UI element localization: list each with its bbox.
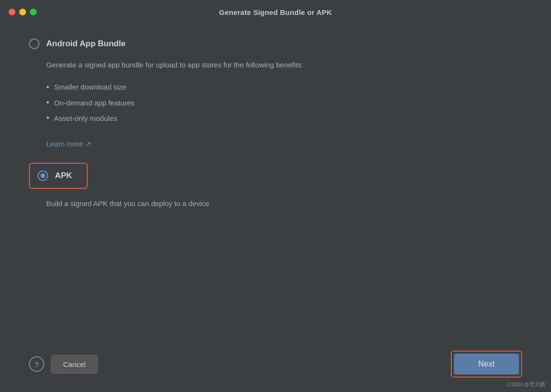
title-bar: Generate Signed Bundle or APK xyxy=(0,0,551,24)
learn-more-link[interactable]: Learn more ↗ xyxy=(46,140,522,148)
maximize-button[interactable] xyxy=(30,9,37,15)
help-button[interactable]: ? xyxy=(29,356,44,372)
close-button[interactable] xyxy=(9,9,15,15)
window-controls xyxy=(9,9,37,15)
android-bundle-radio[interactable] xyxy=(29,39,39,49)
footer-left: ? Cancel xyxy=(29,355,98,374)
apk-option-container: APK Build a signed APK that you can depl… xyxy=(29,163,522,222)
android-bundle-bullets: Smaller download size On-demand app feat… xyxy=(46,79,522,126)
next-button-wrapper: Next xyxy=(451,351,522,378)
bullet-1: Smaller download size xyxy=(46,79,522,95)
dialog-window: Generate Signed Bundle or APK Android Ap… xyxy=(0,0,551,392)
apk-radio-inner xyxy=(40,173,45,178)
cancel-button[interactable]: Cancel xyxy=(51,355,98,374)
android-bundle-option-row[interactable]: Android App Bundle xyxy=(29,39,522,49)
android-bundle-label: Android App Bundle xyxy=(46,39,126,49)
bullet-3: Asset-only modules xyxy=(46,110,522,126)
watermark: CSDN @梵天麟 xyxy=(508,381,545,388)
next-button[interactable]: Next xyxy=(454,353,519,375)
bullet-2: On-demand app features xyxy=(46,95,522,110)
apk-description: Build a signed APK that you can deploy t… xyxy=(46,199,522,208)
apk-radio[interactable] xyxy=(38,170,48,181)
android-bundle-description: Generate a signed app bundle for upload … xyxy=(46,60,522,71)
apk-label: APK xyxy=(55,171,72,181)
footer: ? Cancel Next xyxy=(0,346,551,392)
minimize-button[interactable] xyxy=(19,9,26,15)
dialog-title: Generate Signed Bundle or APK xyxy=(219,8,332,16)
footer-right: Next xyxy=(451,351,522,378)
apk-option-row[interactable]: APK xyxy=(29,163,88,189)
dialog-content: Android App Bundle Generate a signed app… xyxy=(0,24,551,346)
